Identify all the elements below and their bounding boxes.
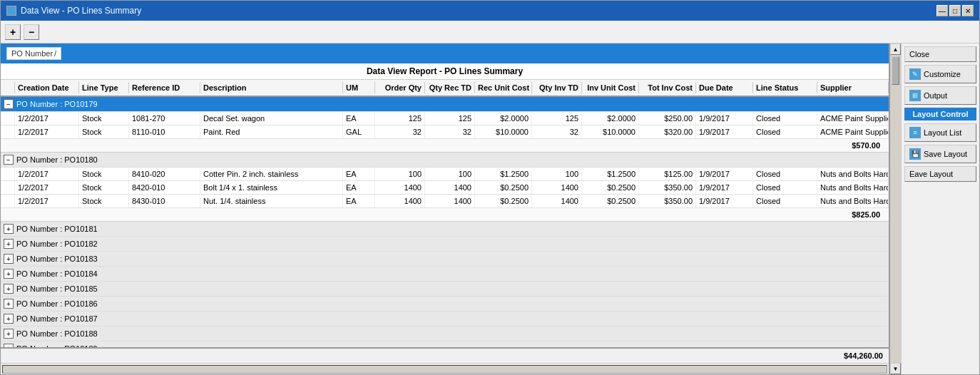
customize-button[interactable]: ✎ Customize xyxy=(904,65,976,83)
expand-button[interactable]: + xyxy=(4,314,14,324)
remove-button[interactable]: − xyxy=(24,24,39,40)
col-ref-id[interactable]: Reference ID xyxy=(129,82,200,93)
horizontal-scrollbar[interactable] xyxy=(2,365,887,374)
table-cell: 1400 xyxy=(375,181,425,194)
collapse-button[interactable]: − xyxy=(4,99,14,109)
group-row[interactable]: −PO Number : PO10179 xyxy=(1,97,889,112)
customize-label: Customize xyxy=(924,70,961,78)
table-row: 1/2/2017Stock8430-010Nut. 1/4. stainless… xyxy=(1,195,889,208)
table-row: 1/2/2017Stock8420-010Bolt 1/4 x 1. stain… xyxy=(1,181,889,195)
expand-button[interactable]: + xyxy=(4,224,14,234)
group-row-collapsed[interactable]: +PO Number : PO10183 xyxy=(1,252,889,267)
save-layout-icon: 💾 xyxy=(909,148,921,160)
table-cell: Closed xyxy=(753,168,817,180)
group-label: PO Number : PO10183 xyxy=(16,255,98,263)
col-um[interactable]: UM xyxy=(343,82,375,93)
col-qty-inv-td[interactable]: Qty Inv TD xyxy=(532,82,582,93)
group-row-collapsed[interactable]: +PO Number : PO10189 xyxy=(1,341,889,347)
expand-button[interactable]: + xyxy=(4,284,14,294)
table-cell: 1/2/2017 xyxy=(15,125,79,138)
table-cell: 1/2/2017 xyxy=(15,181,79,194)
save-layout-label: Save Layout xyxy=(924,150,967,158)
table-cell xyxy=(1,168,15,180)
col-line-type[interactable]: Line Type xyxy=(79,82,129,93)
group-row-collapsed[interactable]: +PO Number : PO10182 xyxy=(1,237,889,252)
save-layout-button[interactable]: 💾 Save Layout xyxy=(904,145,976,163)
col-inv-unit-cost[interactable]: Inv Unit Cost xyxy=(582,82,639,93)
layout-list-label: Layout List xyxy=(924,128,961,137)
table-cell: Bolt 1/4 x 1. stainless xyxy=(200,181,343,194)
expand-button[interactable]: + xyxy=(4,254,14,264)
table-cell: ACME Paint Supplies xyxy=(817,125,889,138)
app-icon xyxy=(6,6,16,16)
maximize-button[interactable]: □ xyxy=(949,5,961,16)
table-cell: Stock xyxy=(79,168,129,180)
col-order-qty[interactable]: Order Qty xyxy=(375,82,425,93)
col-tot-inv-cost[interactable]: Tot Inv Cost xyxy=(639,82,696,93)
vertical-scrollbar[interactable]: ▲ ▼ xyxy=(889,43,901,374)
col-description[interactable]: Description xyxy=(200,82,343,93)
group-label: PO Number : PO10188 xyxy=(16,329,98,338)
table-cell: ACME Paint Supplies xyxy=(817,112,889,125)
table-cell: EA xyxy=(343,112,375,125)
table-cell xyxy=(1,112,15,125)
minimize-button[interactable]: — xyxy=(936,5,948,16)
table-cell: 1/2/2017 xyxy=(15,112,79,125)
table-cell: $10.0000 xyxy=(475,125,532,138)
expand-button[interactable]: + xyxy=(4,269,14,279)
output-button[interactable]: ⊞ Output xyxy=(904,86,976,105)
group-row-collapsed[interactable]: +PO Number : PO10187 xyxy=(1,312,889,327)
collapse-button[interactable]: − xyxy=(4,155,14,165)
expand-button[interactable]: + xyxy=(4,239,14,249)
group-row-collapsed[interactable]: +PO Number : PO10186 xyxy=(1,297,889,312)
group-row-collapsed[interactable]: +PO Number : PO10181 xyxy=(1,222,889,237)
table-cell: Closed xyxy=(753,195,817,207)
close-window-button[interactable]: ✕ xyxy=(962,5,974,16)
filter-tag[interactable]: PO Number / xyxy=(6,47,61,60)
table-cell: Paint. Red xyxy=(200,125,343,138)
table-cell: Nuts and Bolts Hardwa xyxy=(817,168,889,180)
table-cell: $350.00 xyxy=(639,181,696,194)
group-label: PO Number : PO10185 xyxy=(16,284,98,293)
group-row-collapsed[interactable]: +PO Number : PO10188 xyxy=(1,327,889,341)
group-row[interactable]: −PO Number : PO10180 xyxy=(1,153,889,168)
scroll-down-button[interactable]: ▼ xyxy=(890,363,901,374)
group-row-collapsed[interactable]: +PO Number : PO10185 xyxy=(1,282,889,297)
col-line-status[interactable]: Line Status xyxy=(753,82,817,93)
table-cell: $2.0000 xyxy=(582,112,639,125)
table-cell: 8430-010 xyxy=(129,195,200,207)
add-button[interactable]: + xyxy=(5,24,21,40)
col-supplier[interactable]: Supplier xyxy=(817,82,889,93)
scroll-thumb[interactable] xyxy=(892,56,899,85)
table-container[interactable]: −PO Number : PO101791/2/2017Stock1081-27… xyxy=(1,97,889,347)
scroll-up-button[interactable]: ▲ xyxy=(890,43,901,55)
col-creation-date[interactable]: Creation Date xyxy=(15,82,79,93)
col-qty-rec-td[interactable]: Qty Rec TD xyxy=(425,82,475,93)
filter-bar: PO Number / xyxy=(1,43,889,63)
table-cell: Closed xyxy=(753,112,817,125)
table-cell: Stock xyxy=(79,181,129,194)
close-button[interactable]: Close xyxy=(904,46,976,62)
report-header: Data View Report - PO Lines Summary xyxy=(1,63,889,80)
layout-list-button[interactable]: ≡ Layout List xyxy=(904,123,976,142)
col-rec-unit-cost[interactable]: Rec Unit Cost xyxy=(475,82,532,93)
table-cell: 125 xyxy=(425,112,475,125)
table-cell: $10.0000 xyxy=(582,125,639,138)
table-cell xyxy=(1,125,15,138)
table-cell: Nuts and Bolts Hardwa xyxy=(817,181,889,194)
table-cell: Nut. 1/4. stainless xyxy=(200,195,343,207)
table-cell: $1.2500 xyxy=(475,168,532,180)
title-controls: — □ ✕ xyxy=(936,5,974,16)
col-due-date[interactable]: Due Date xyxy=(696,82,753,93)
expand-button[interactable]: + xyxy=(4,329,14,339)
table-cell xyxy=(1,181,15,194)
eave-layout-button[interactable]: Eave Layout xyxy=(904,166,976,182)
group-label: PO Number : PO10186 xyxy=(16,299,98,308)
table-cell: Stock xyxy=(79,195,129,207)
main-window: Data View - PO Lines Summary — □ ✕ + − P… xyxy=(0,0,980,375)
main-area: PO Number / Data View Report - PO Lines … xyxy=(1,43,979,374)
group-row-collapsed[interactable]: +PO Number : PO10184 xyxy=(1,267,889,282)
expand-button[interactable]: + xyxy=(4,299,14,309)
table-cell: EA xyxy=(343,195,375,207)
table-cell: $320.00 xyxy=(639,125,696,138)
